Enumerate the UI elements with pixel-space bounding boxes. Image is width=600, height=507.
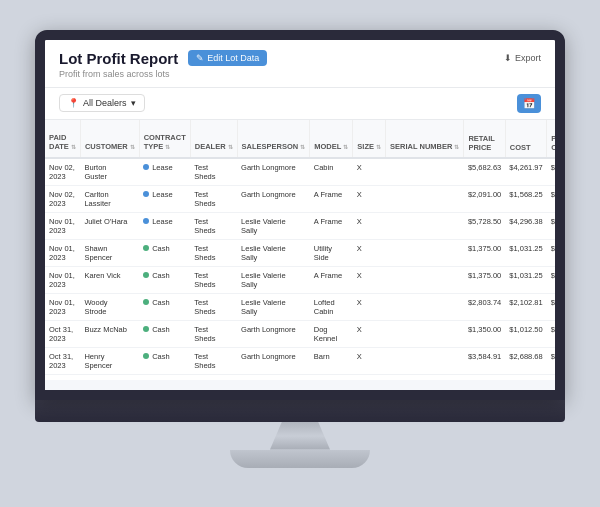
cell-dealer: Test Sheds [190, 239, 237, 266]
cell-dealer: Test Sheds [190, 185, 237, 212]
cell-size: X [353, 293, 386, 320]
cell-paid-date: Oct 30, 2023 [45, 374, 80, 380]
cell-model: A Frame [310, 266, 353, 293]
cell-dealer: Test Sheds [190, 347, 237, 374]
cell-dealer: Test Sheds [190, 158, 237, 186]
cell-customer: Carlton Lassiter [80, 185, 139, 212]
cell-contract-type: Lease [139, 185, 190, 212]
cell-serial [386, 158, 464, 186]
cell-dealer: Test Sheds [190, 374, 237, 380]
cell-serial [386, 266, 464, 293]
cell-salesperson: Leslie Valerie Sally [237, 374, 310, 380]
cell-retail-price: $1,375.00 [464, 266, 505, 293]
dealer-selector[interactable]: 📍 All Dealers ▾ [59, 94, 145, 112]
col-cost: COST [505, 120, 546, 158]
col-profit-on-unit: PROFITON UNIT [547, 120, 555, 158]
cell-contract-type: Lease [139, 158, 190, 186]
cell-contract-type: Lease [139, 212, 190, 239]
cell-cost: $1,012.50 [505, 320, 546, 347]
col-serial: SERIAL NUMBER⇅ [386, 120, 464, 158]
cell-size: X [353, 347, 386, 374]
cell-size: X [353, 212, 386, 239]
col-size: SIZE⇅ [353, 120, 386, 158]
table-header-row: PAIDDATE⇅ CUSTOMER⇅ CONTRACTTYPE⇅ DEALER… [45, 120, 555, 158]
export-button[interactable]: ⬇ Export [504, 53, 541, 63]
table-row: Nov 01, 2023 Woody Strode Cash Test Shed… [45, 293, 555, 320]
cell-model: Barn [310, 347, 353, 374]
cell-paid-date: Nov 01, 2023 [45, 293, 80, 320]
cell-serial [386, 320, 464, 347]
cell-cost: $1,031.25 [505, 266, 546, 293]
calendar-button[interactable]: 📅 [517, 94, 541, 113]
col-customer: CUSTOMER⇅ [80, 120, 139, 158]
col-salesperson: SALESPERSON⇅ [237, 120, 310, 158]
cell-cost: $2,688.68 [505, 347, 546, 374]
table-row: Nov 01, 2023 Juliet O'Hara Lease Test Sh… [45, 212, 555, 239]
cell-cost: $2,102.81 [505, 293, 546, 320]
cell-size: X [353, 266, 386, 293]
col-dealer: DEALER⇅ [190, 120, 237, 158]
cell-retail-price: $1,350.00 [464, 320, 505, 347]
app-header: Lot Profit Report ✎ Edit Lot Data ⬇ Expo… [45, 40, 555, 88]
cell-size: X [353, 158, 386, 186]
cell-paid-date: Oct 31, 2023 [45, 320, 80, 347]
cell-dealer: Test Sheds [190, 266, 237, 293]
cell-retail-price: $2,091.00 [464, 185, 505, 212]
cell-retail-price: $3,584.91 [464, 347, 505, 374]
dealer-label: All Dealers [83, 98, 127, 108]
cell-salesperson: Garth Longmore [237, 347, 310, 374]
lot-profit-table: PAIDDATE⇅ CUSTOMER⇅ CONTRACTTYPE⇅ DEALER… [45, 120, 555, 380]
cell-profit-on-unit: $403.75 [547, 374, 555, 380]
cell-model: Dog Kennel [310, 320, 353, 347]
cell-serial [386, 293, 464, 320]
cell-contract-type: Cash [139, 320, 190, 347]
cell-customer: Karen Vick [80, 266, 139, 293]
cell-paid-date: Nov 02, 2023 [45, 185, 80, 212]
cell-contract-type: Cash [139, 239, 190, 266]
cell-retail-price: $2,803.74 [464, 293, 505, 320]
cell-salesperson: Garth Longmore [237, 320, 310, 347]
monitor-stand-base [230, 450, 370, 468]
cell-customer: Juliet O'Hara [80, 212, 139, 239]
cell-profit-on-unit: $1,420.66 [547, 158, 555, 186]
cell-profit-on-unit: $700.94 [547, 293, 555, 320]
cell-paid-date: Nov 01, 2023 [45, 212, 80, 239]
cell-paid-date: Nov 01, 2023 [45, 266, 80, 293]
cell-size: X [353, 320, 386, 347]
toolbar: 📍 All Dealers ▾ 📅 [45, 88, 555, 120]
cell-retail-price: $5,682.63 [464, 158, 505, 186]
cell-salesperson: Leslie Valerie Sally [237, 293, 310, 320]
cell-model: Utility Side [310, 239, 353, 266]
cell-contract-type: Cash [139, 347, 190, 374]
cell-model: Cabin [310, 158, 353, 186]
monitor-stand-neck [270, 422, 330, 450]
cell-salesperson: Garth Longmore [237, 185, 310, 212]
cell-size: X [353, 374, 386, 380]
cell-contract-type: Cash [139, 293, 190, 320]
page-subtitle: Profit from sales across lots [59, 69, 541, 79]
cell-profit-on-unit: $343.75 [547, 239, 555, 266]
cell-dealer: Test Sheds [190, 320, 237, 347]
col-model: MODEL⇅ [310, 120, 353, 158]
cell-serial [386, 374, 464, 380]
export-icon: ⬇ [504, 53, 512, 63]
chevron-down-icon: ▾ [131, 98, 136, 108]
cell-paid-date: Nov 02, 2023 [45, 158, 80, 186]
cell-customer: Shawn Spencer [80, 239, 139, 266]
cell-dealer: Test Sheds [190, 212, 237, 239]
cell-profit-on-unit: $1,432.13 [547, 212, 555, 239]
cell-profit-on-unit: $896.23 [547, 347, 555, 374]
table-row: Oct 31, 2023 Henry Spencer Cash Test She… [45, 347, 555, 374]
col-retail-price: RETAILPRICE [464, 120, 505, 158]
cell-profit-on-unit: $337.50 [547, 320, 555, 347]
cell-retail-price: $5,728.50 [464, 212, 505, 239]
app-container: Lot Profit Report ✎ Edit Lot Data ⬇ Expo… [45, 40, 555, 390]
col-contract-type: CONTRACTTYPE⇅ [139, 120, 190, 158]
edit-btn-label: Edit Lot Data [207, 53, 259, 63]
cell-customer: Buzz McNab [80, 320, 139, 347]
cell-paid-date: Oct 31, 2023 [45, 347, 80, 374]
edit-lot-data-button[interactable]: ✎ Edit Lot Data [188, 50, 267, 66]
cell-cost: $4,296.38 [505, 212, 546, 239]
cell-salesperson: Leslie Valerie Sally [237, 239, 310, 266]
cell-profit-on-unit: $322.75 [547, 185, 555, 212]
